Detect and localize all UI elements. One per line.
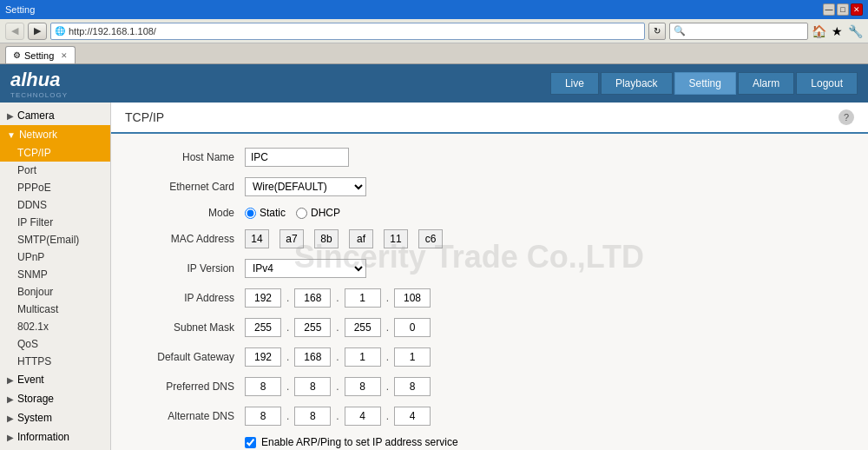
mode-static-input[interactable] <box>245 208 256 219</box>
ip-version-select[interactable]: IPv4 IPv6 <box>245 259 366 278</box>
mac-address-label: MAC Address <box>132 233 245 245</box>
preferred-dns-label: Preferred DNS <box>132 381 245 393</box>
ip-seg-3[interactable] <box>394 288 431 308</box>
camera-arrow-icon: ▶ <box>7 111 14 121</box>
titlebar-left: Setting <box>5 4 35 15</box>
sidebar-section-information[interactable]: ▶ Information <box>0 427 110 447</box>
mode-dhcp-radio[interactable]: DHCP <box>296 207 340 219</box>
pdns-seg-0[interactable] <box>245 377 281 396</box>
sidebar-item-snmp[interactable]: SNMP <box>0 266 110 283</box>
star-icon[interactable]: ★ <box>832 24 843 38</box>
ethernet-card-select[interactable]: Wire(DEFAULT) <box>245 177 366 196</box>
page-title: TCP/IP <box>125 110 164 124</box>
nav-setting[interactable]: Setting <box>674 72 736 95</box>
page-header: TCP/IP ? <box>111 103 868 134</box>
ip-address-row: IP Address . . . <box>132 288 847 308</box>
gateway-seg-3[interactable] <box>394 347 431 367</box>
tab-bar: ⚙ Setting ✕ <box>0 43 868 64</box>
adns-seg-0[interactable] <box>245 407 281 426</box>
sidebar-system-label: System <box>17 412 52 424</box>
sidebar-item-bonjour[interactable]: Bonjour <box>0 283 110 301</box>
close-button[interactable]: ✕ <box>851 3 863 16</box>
adns-seg-3[interactable] <box>394 407 431 426</box>
help-button[interactable]: ? <box>838 109 854 125</box>
ip-version-label: IP Version <box>132 262 245 275</box>
back-button[interactable]: ◀ <box>5 23 24 40</box>
sidebar-section-event[interactable]: ▶ Event <box>0 370 110 389</box>
ip-seg-2[interactable] <box>345 288 381 308</box>
host-name-input[interactable] <box>245 148 349 167</box>
subnet-mask-row: Subnet Mask . . . <box>132 318 847 337</box>
pdns-seg-3[interactable] <box>394 377 431 396</box>
sidebar-section-network[interactable]: ▼ Network <box>0 125 110 144</box>
sidebar-information-label: Information <box>17 431 69 443</box>
mac-seg-3: af <box>349 229 373 248</box>
sidebar-item-ipfilter[interactable]: IP Filter <box>0 214 110 231</box>
nav-alarm[interactable]: Alarm <box>738 72 794 95</box>
nav-live[interactable]: Live <box>550 72 599 95</box>
maximize-button[interactable]: □ <box>837 3 849 16</box>
subnet-seg-0[interactable] <box>245 318 281 337</box>
nav-logout[interactable]: Logout <box>796 72 858 95</box>
app-nav: Live Playback Setting Alarm Logout <box>550 72 858 95</box>
sidebar-item-ddns[interactable]: DDNS <box>0 196 110 214</box>
gateway-seg-1[interactable] <box>294 347 331 367</box>
address-bar[interactable]: 🌐 http://192.168.1.108/ <box>50 23 645 40</box>
tab-close-icon[interactable]: ✕ <box>61 51 68 60</box>
ethernet-card-row: Ethernet Card Wire(DEFAULT) <box>132 177 847 196</box>
tools-icon[interactable]: 🔧 <box>848 24 863 38</box>
preferred-dns-value: . . . <box>245 377 431 396</box>
ip-seg-1[interactable] <box>294 288 331 308</box>
home-icon[interactable]: 🏠 <box>812 24 826 38</box>
browser-titlebar: Setting — □ ✕ <box>0 0 868 19</box>
arp-ping-checkbox[interactable] <box>245 437 256 448</box>
network-arrow-icon: ▼ <box>7 130 16 140</box>
ip-seg-0[interactable] <box>245 288 281 308</box>
subnet-seg-2[interactable] <box>345 318 381 337</box>
sidebar-item-upnp[interactable]: UPnP <box>0 248 110 266</box>
search-box[interactable]: 🔍 <box>669 23 808 40</box>
sidebar-section-system[interactable]: ▶ System <box>0 408 110 427</box>
subnet-seg-1[interactable] <box>294 318 331 337</box>
mac-seg-1: a7 <box>279 229 304 248</box>
subnet-seg-3[interactable] <box>394 318 431 337</box>
adns-seg-1[interactable] <box>294 407 331 426</box>
sidebar-item-multicast[interactable]: Multicast <box>0 301 110 318</box>
adns-seg-2[interactable] <box>345 407 381 426</box>
refresh-browser-button[interactable]: ↻ <box>648 23 666 40</box>
sidebar-item-smtp[interactable]: SMTP(Email) <box>0 231 110 248</box>
sidebar-section-camera[interactable]: ▶ Camera <box>0 106 110 125</box>
sidebar-item-pppoe[interactable]: PPPoE <box>0 179 110 196</box>
ip-version-value: IPv4 IPv6 <box>245 259 366 278</box>
browser-tab-active[interactable]: ⚙ Setting ✕ <box>5 46 76 63</box>
subnet-mask-label: Subnet Mask <box>132 321 245 334</box>
browser-toolbar: ◀ ▶ 🌐 http://192.168.1.108/ ↻ 🔍 🏠 ★ 🔧 <box>0 19 868 43</box>
forward-button[interactable]: ▶ <box>28 23 47 40</box>
mode-static-radio[interactable]: Static <box>245 207 286 219</box>
preferred-dns-row: Preferred DNS . . . <box>132 377 847 396</box>
sidebar: ▶ Camera ▼ Network TCP/IP Port PPPoE DDN… <box>0 103 111 450</box>
nav-playback[interactable]: Playback <box>601 72 673 95</box>
gateway-seg-0[interactable] <box>245 347 281 367</box>
mode-dhcp-input[interactable] <box>296 208 307 219</box>
pdns-seg-2[interactable] <box>345 377 381 396</box>
form-body: Host Name Ethernet Card Wire(DEFAULT) <box>111 134 868 450</box>
subnet-mask-value: . . . <box>245 318 431 337</box>
sidebar-network-label: Network <box>19 129 57 141</box>
sidebar-item-qos[interactable]: QoS <box>0 335 110 353</box>
sidebar-section-storage[interactable]: ▶ Storage <box>0 389 110 408</box>
ethernet-card-value: Wire(DEFAULT) <box>245 177 366 196</box>
mode-dhcp-label: DHCP <box>311 207 340 219</box>
sidebar-item-tcpip[interactable]: TCP/IP <box>0 144 110 162</box>
search-text: 🔍 <box>674 25 686 36</box>
sidebar-event-label: Event <box>17 374 44 386</box>
alternate-dns-label: Alternate DNS <box>132 410 245 422</box>
pdns-seg-1[interactable] <box>294 377 331 396</box>
sidebar-item-port[interactable]: Port <box>0 162 110 179</box>
alternate-dns-row: Alternate DNS . . . <box>132 407 847 426</box>
gateway-seg-2[interactable] <box>345 347 381 367</box>
sidebar-item-8021x[interactable]: 802.1x <box>0 318 110 335</box>
minimize-button[interactable]: — <box>823 3 835 16</box>
sidebar-item-https[interactable]: HTTPS <box>0 353 110 370</box>
mode-value: Static DHCP <box>245 207 340 219</box>
